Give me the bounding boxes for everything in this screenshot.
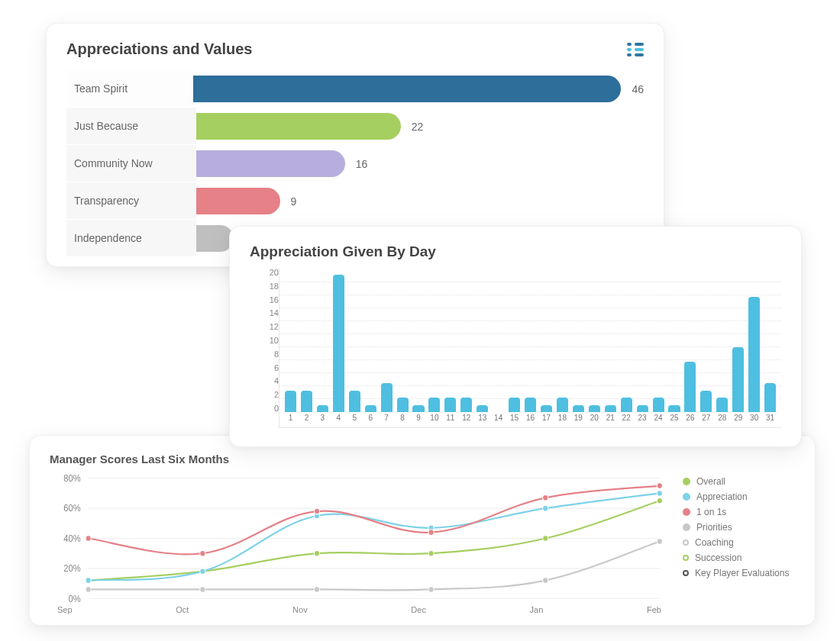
legend-item[interactable]: 1 on 1s bbox=[683, 507, 795, 517]
svg-text:80%: 80% bbox=[63, 474, 80, 483]
svg-point-22 bbox=[86, 536, 91, 542]
vbar-xlabel: 19 bbox=[570, 414, 586, 427]
vbar-xlabel: 4 bbox=[331, 414, 347, 427]
vbar-bar bbox=[285, 391, 296, 412]
hbar-bar bbox=[193, 76, 621, 101]
vbar-xlabel: 31 bbox=[762, 414, 778, 427]
vbar-bar bbox=[444, 398, 456, 412]
vbar-xlabel: 28 bbox=[714, 414, 730, 427]
legend-label: Key Player Evaluations bbox=[695, 568, 789, 578]
svg-point-32 bbox=[543, 578, 548, 584]
vbar-xlabel: 2 bbox=[299, 414, 315, 427]
legend-label: Overall bbox=[696, 476, 725, 487]
vbar-xlabel: 10 bbox=[426, 414, 442, 427]
vbar-bar bbox=[653, 398, 664, 412]
svg-point-28 bbox=[86, 587, 91, 593]
legend-marker-icon bbox=[683, 540, 689, 546]
svg-point-17 bbox=[200, 569, 205, 575]
line-series bbox=[89, 493, 660, 580]
vbar-xlabel: 14 bbox=[490, 414, 506, 427]
legend-marker-icon bbox=[683, 555, 689, 561]
hbar-row: Transparency9 bbox=[66, 182, 644, 220]
vbar-bar bbox=[365, 405, 376, 412]
vbar-xlabel: 11 bbox=[442, 414, 458, 427]
vbar-ytick: 20 bbox=[270, 268, 279, 277]
hbar-value: 46 bbox=[632, 83, 644, 95]
line-xlabel: Sep bbox=[57, 605, 73, 614]
svg-point-30 bbox=[314, 587, 319, 593]
hbar-bar bbox=[196, 150, 345, 176]
panel3-title: Manager Scores Last Six Months bbox=[50, 453, 795, 465]
vbar-bar bbox=[589, 405, 600, 412]
legend-item[interactable]: Appreciation bbox=[683, 491, 795, 502]
vbar-bar bbox=[557, 398, 568, 412]
vbar-xlabel: 17 bbox=[538, 414, 554, 427]
vbar-bar bbox=[349, 391, 360, 412]
legend-toggle-icon[interactable] bbox=[627, 43, 644, 56]
vbar-bar bbox=[573, 405, 584, 412]
vbar-bar bbox=[397, 398, 409, 412]
svg-point-21 bbox=[657, 491, 662, 497]
vertical-bar-chart: 20181614121086420 1234567891011121314151… bbox=[250, 268, 781, 428]
line-xlabel: Jan bbox=[530, 605, 544, 614]
panel2-title: Appreciation Given By Day bbox=[250, 243, 781, 260]
legend-item[interactable]: Key Player Evaluations bbox=[683, 568, 795, 578]
vbar-bar bbox=[541, 405, 552, 412]
vbar-xlabel: 24 bbox=[651, 414, 667, 427]
vbar-xlabel: 21 bbox=[603, 414, 619, 427]
hbar-label: Independence bbox=[66, 220, 196, 257]
svg-point-15 bbox=[657, 498, 662, 504]
hbar-row: Community Now16 bbox=[66, 145, 644, 182]
hbar-row: Team Spirit46 bbox=[66, 70, 644, 108]
svg-point-26 bbox=[543, 495, 548, 501]
vbar-xlabel: 16 bbox=[522, 414, 538, 427]
svg-point-29 bbox=[200, 587, 205, 593]
legend-marker-icon bbox=[683, 523, 690, 531]
vbar-ytick: 16 bbox=[270, 295, 279, 304]
vbar-bar bbox=[525, 398, 536, 412]
legend-marker-icon bbox=[683, 493, 690, 501]
hbar-value: 16 bbox=[356, 158, 368, 170]
vbar-xlabel: 26 bbox=[682, 414, 698, 427]
vbar-ytick: 18 bbox=[270, 282, 279, 291]
svg-point-14 bbox=[543, 536, 548, 542]
svg-point-27 bbox=[657, 483, 662, 489]
legend-item[interactable]: Succession bbox=[683, 552, 795, 563]
vbar-xlabel: 6 bbox=[363, 414, 379, 427]
vbar-bar bbox=[637, 405, 648, 412]
vbar-bar bbox=[301, 391, 312, 412]
legend-marker-icon bbox=[683, 478, 690, 485]
vbar-xlabel: 25 bbox=[667, 414, 683, 427]
hbar-value: 9 bbox=[291, 195, 297, 208]
vbar-xlabel: 5 bbox=[347, 414, 363, 427]
vbar-xlabel: 7 bbox=[379, 414, 395, 427]
vbar-xlabel: 30 bbox=[746, 414, 762, 427]
vbar-bar bbox=[460, 398, 472, 412]
svg-point-24 bbox=[314, 508, 319, 514]
vbar-xlabel: 27 bbox=[698, 414, 714, 427]
appreciation-by-day-panel: Appreciation Given By Day 20181614121086… bbox=[229, 226, 802, 447]
vbar-bar bbox=[605, 405, 616, 412]
vbar-xlabel: 15 bbox=[506, 414, 522, 427]
vbar-bar bbox=[716, 398, 728, 412]
svg-point-20 bbox=[543, 505, 548, 511]
legend-label: Priorities bbox=[696, 522, 732, 533]
manager-scores-panel: Manager Scores Last Six Months 0%20%40%6… bbox=[29, 435, 816, 626]
legend-item[interactable]: Overall bbox=[683, 476, 795, 487]
line-chart-legend: OverallAppreciation1 on 1sPrioritiesCoac… bbox=[669, 472, 795, 618]
vbar-bar bbox=[333, 275, 344, 412]
line-chart: 0%20%40%60%80% SepOctNovDecJanFeb bbox=[50, 472, 669, 618]
vbar-bar bbox=[764, 383, 776, 412]
vbar-xlabel: 1 bbox=[283, 414, 299, 427]
svg-point-12 bbox=[314, 550, 319, 556]
vbar-xlabel: 18 bbox=[554, 414, 570, 427]
line-xlabel: Oct bbox=[176, 605, 189, 614]
vbar-xlabel: 23 bbox=[635, 414, 651, 427]
legend-marker-icon bbox=[683, 570, 689, 576]
svg-point-16 bbox=[86, 578, 91, 584]
hbar-bar bbox=[196, 188, 280, 214]
vbar-ytick: 14 bbox=[270, 308, 279, 317]
hbar-label: Transparency bbox=[66, 182, 196, 220]
legend-item[interactable]: Coaching bbox=[683, 537, 795, 548]
legend-item[interactable]: Priorities bbox=[683, 522, 795, 533]
